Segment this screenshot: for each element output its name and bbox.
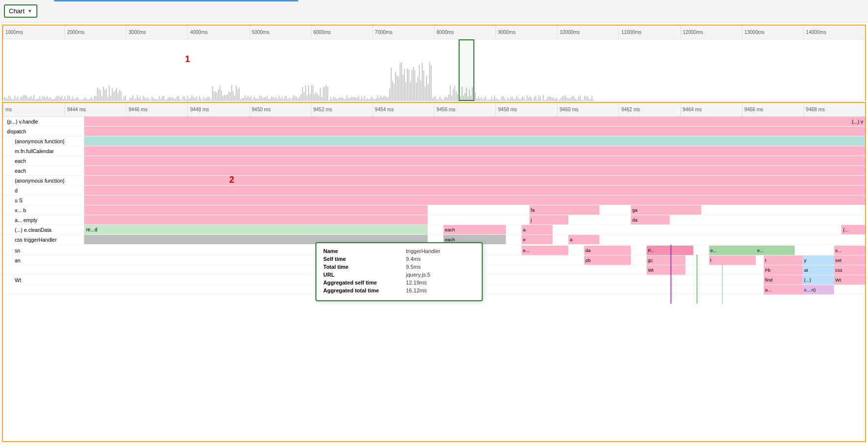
flame-bar[interactable] (84, 166, 865, 175)
wave-bar (481, 97, 482, 101)
overview-highlight (459, 39, 474, 101)
row-content[interactable]: fa ga (84, 205, 865, 215)
flame-bar[interactable]: ga (631, 205, 701, 215)
flame-bar[interactable]: css (834, 265, 865, 275)
wave-bar (32, 98, 33, 101)
detail-ruler-tick: 9464 ms (681, 103, 742, 116)
wave-bar (206, 97, 207, 101)
chart-dropdown[interactable]: Chart ▼ (4, 4, 37, 18)
wave-bar (152, 96, 153, 101)
wave-bar (131, 97, 132, 101)
wave-bar (426, 75, 427, 101)
wave-bar (259, 96, 260, 101)
wave-bar (490, 99, 491, 101)
flame-bar[interactable]: gc (647, 255, 685, 265)
flame-bar[interactable]: at (803, 265, 834, 275)
wave-bar (308, 85, 309, 101)
wave-bar (560, 98, 561, 101)
flame-bar[interactable] (84, 215, 428, 224)
flame-bar[interactable]: j (529, 215, 568, 224)
wave-bar (484, 97, 485, 101)
row-content[interactable]: re...d each a (... (84, 225, 865, 234)
row-content[interactable] (84, 166, 865, 175)
row-content[interactable] (84, 195, 865, 205)
flame-bar[interactable]: Wt (647, 265, 685, 275)
row-label: d (3, 186, 84, 195)
flame-bar[interactable]: Wt (834, 275, 865, 285)
flame-bar[interactable] (84, 156, 865, 165)
wave-bar (26, 96, 27, 101)
wave-bar (529, 96, 530, 101)
flame-bar[interactable]: e... (709, 246, 756, 255)
flame-bar[interactable]: find (764, 275, 803, 285)
flame-bar[interactable]: (...) (803, 275, 834, 285)
row-content[interactable] (84, 156, 865, 165)
wave-bar (67, 95, 68, 101)
flame-bar[interactable]: each (443, 225, 506, 234)
flame-bar[interactable]: set (834, 255, 865, 265)
flame-bar[interactable] (84, 136, 865, 146)
tooltip-totaltime-label: Total time (323, 264, 402, 270)
wave-bar (289, 97, 290, 101)
wave-bar (141, 100, 142, 101)
flame-bar[interactable]: da (631, 215, 670, 224)
overview-chart[interactable]: 1 (3, 39, 865, 101)
detail-panel: ms9444 ms9446 ms9448 ms9450 ms9452 ms945… (2, 102, 866, 442)
wave-bar (276, 97, 277, 101)
flame-bar[interactable] (84, 195, 865, 205)
wave-bar (165, 100, 166, 101)
wave-bar (537, 99, 538, 101)
row-content[interactable]: j da (84, 215, 865, 224)
wave-bar (191, 95, 192, 101)
flame-bar[interactable]: P... (647, 246, 693, 255)
wave-bar (222, 96, 223, 101)
flame-bar[interactable] (84, 127, 865, 136)
wave-bar (565, 95, 566, 101)
wave-bar (476, 98, 477, 101)
flame-bar[interactable]: y (803, 255, 834, 265)
flame-bar[interactable] (84, 186, 865, 195)
flame-bar[interactable]: s... (834, 246, 865, 255)
row-content[interactable] (84, 146, 865, 156)
flame-bar[interactable]: x....n) (803, 285, 834, 294)
wave-bar (180, 99, 181, 101)
flame-bar[interactable]: (... (841, 225, 865, 234)
flame-bar[interactable]: l (709, 255, 756, 265)
flame-bar[interactable]: a (568, 235, 599, 244)
row-content[interactable] (84, 176, 865, 185)
wave-bar (56, 96, 57, 101)
flame-bar[interactable]: t (764, 255, 803, 265)
row-content[interactable] (84, 136, 865, 146)
wave-bar (417, 77, 418, 101)
overview-ruler-tick: 9000ms (496, 26, 557, 39)
row-content[interactable]: (...) v (84, 117, 865, 126)
wave-bar (373, 99, 374, 101)
row-label: each (3, 166, 84, 175)
tooltip-row-name: Name triggerHandler (323, 248, 475, 254)
wave-bar (159, 96, 160, 101)
flame-bar[interactable]: Fb (764, 265, 803, 275)
wave-bar (314, 95, 315, 101)
flame-bar[interactable]: da (584, 246, 631, 255)
flame-bar[interactable]: e... (756, 246, 795, 255)
wave-bar (156, 99, 157, 101)
row-label: m.fn.fullCalendar (3, 146, 84, 156)
detail-ruler-tick: 9446 ms (126, 103, 187, 116)
flame-bar[interactable]: e (522, 235, 553, 244)
flame-bar[interactable] (84, 205, 428, 215)
flame-bar[interactable]: a... (764, 285, 803, 294)
flame-bar[interactable] (84, 176, 865, 185)
flame-bar[interactable] (84, 117, 865, 126)
row-content[interactable] (84, 186, 865, 195)
row-content[interactable] (84, 127, 865, 136)
flame-bar[interactable]: fa (529, 205, 600, 215)
flame-bar[interactable]: e... (522, 246, 568, 255)
flame-bar[interactable]: pb (584, 255, 631, 265)
flame-bar[interactable]: re...d (84, 225, 428, 234)
detail-ruler-tick: 9454 ms (372, 103, 434, 116)
wave-bar (57, 96, 58, 101)
wave-bar (569, 98, 570, 101)
wave-bar (478, 96, 479, 101)
flame-bar[interactable]: a (522, 225, 553, 234)
flame-bar[interactable] (84, 146, 865, 156)
